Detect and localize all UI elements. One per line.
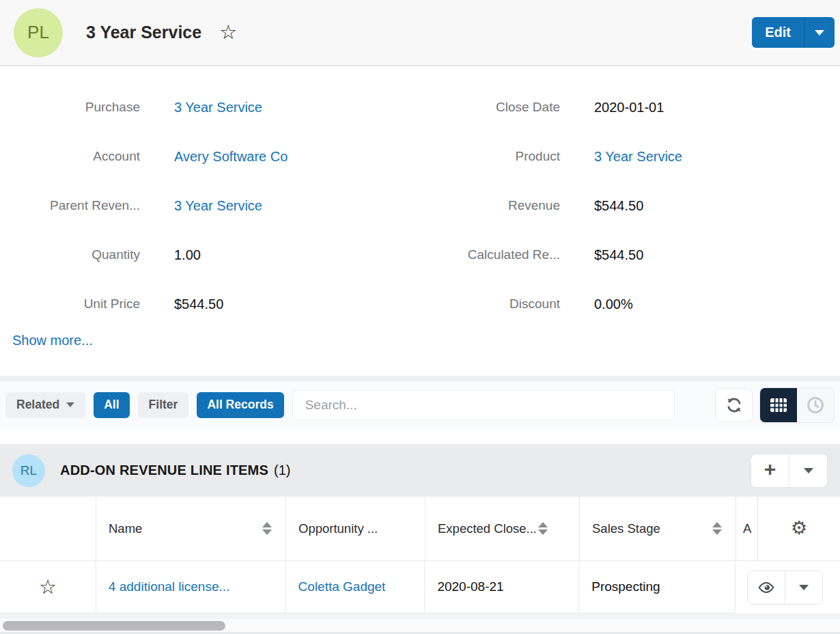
caret-down-icon [66,402,74,407]
record-avatar: PL [14,8,63,57]
related-dropdown-button[interactable]: Related [5,392,85,418]
sort-icon [262,522,272,535]
field-label: Parent Reven... [0,198,140,213]
edit-button[interactable]: Edit [752,17,804,48]
field-label: Purchase [0,100,140,115]
subpanel-count: (1) [274,463,290,478]
sort-icon [538,522,548,535]
all-records-button[interactable]: All Records [197,392,283,418]
record-detail-panel: Purchase 3 Year Service Account Avery So… [0,66,840,376]
table-row-main: ☆ 4 additional license... Coletta Gadget… [0,561,736,614]
field-value: $544.50 [594,247,643,263]
field-value: $544.50 [174,297,223,312]
field-value: 1.00 [174,247,201,263]
sort-icon [712,522,722,535]
subpanel-action-group: + [751,454,828,488]
module-all-label: All [104,398,119,412]
field-label: Quantity [0,247,140,262]
record-header: PL 3 Year Service ☆ Edit [0,0,840,66]
horizontal-scrollbar-track[interactable] [0,619,840,632]
column-header-expected-close[interactable]: Expected Close... [425,497,579,560]
field-label: Account [0,149,140,164]
related-dropdown-label: Related [16,398,59,412]
column-label: Name [109,521,142,536]
row-favorite-cell: ☆ [0,561,96,613]
refresh-icon [725,396,743,414]
field-unit-price: Unit Price $544.50 [0,279,420,329]
filter-label: Filter [149,398,178,412]
row-opportunity-link[interactable]: Coletta Gadget [298,579,386,594]
subpanel-dropdown-button[interactable] [789,454,827,487]
section-divider [0,428,840,444]
field-revenue: Revenue $544.50 [420,181,840,230]
column-label: Opportunity ... [298,521,378,536]
column-label: A [743,521,751,536]
all-records-label: All Records [207,398,273,412]
caret-down-icon [815,30,824,36]
field-purchase: Purchase 3 Year Service [0,83,420,132]
page-title: 3 Year Service [86,23,201,42]
field-value: $544.50 [594,198,643,214]
row-name-link[interactable]: 4 additional license... [109,579,229,594]
field-value: 2020-01-01 [594,100,664,115]
field-quantity: Quantity 1.00 [0,230,420,279]
edit-dropdown-button[interactable] [804,17,835,48]
column-header-name[interactable]: Name [96,497,285,560]
subpanel-avatar-initials: RL [20,463,37,478]
column-header-sales-stage[interactable]: Sales Stage [579,497,736,560]
detail-column-left: Purchase 3 Year Service Account Avery So… [0,83,420,329]
filter-button[interactable]: Filter [138,392,189,418]
activity-view-button[interactable] [797,388,834,422]
field-close-date: Close Date 2020-01-01 [420,83,840,132]
row-star-icon[interactable]: ☆ [39,577,57,597]
field-account: Account Avery Software Co [0,132,420,181]
field-product: Product 3 Year Service [420,132,840,181]
list-table-header: Name Opportunity ... Expected Close... S… [0,497,840,561]
field-label: Revenue [420,198,560,213]
horizontal-scrollbar-thumb[interactable] [3,621,225,631]
field-discount: Discount 0.00% [420,279,840,329]
column-settings-button[interactable]: ⚙ [757,497,840,560]
field-label: Calculated Re... [420,247,560,262]
field-label: Discount [420,297,560,312]
plus-icon: + [764,459,776,480]
subpanel-title[interactable]: ADD-ON REVENUE LINE ITEMS [60,463,268,478]
subpanel-avatar: RL [12,454,45,487]
field-calculated-revenue: Calculated Re... $544.50 [420,230,840,279]
refresh-button[interactable] [715,388,753,422]
list-view-button[interactable] [760,388,797,422]
show-more-link[interactable]: Show more... [12,333,93,348]
table-row: ☆ 4 additional license... Coletta Gadget… [0,561,840,614]
row-opportunity-cell: Coletta Gadget [285,561,425,613]
preview-button[interactable] [748,571,785,604]
field-value-link[interactable]: 3 Year Service [594,149,682,165]
column-header-a[interactable]: A [736,497,757,560]
field-value-link[interactable]: 3 Year Service [174,198,262,214]
edit-button-group: Edit [752,17,835,48]
search-input[interactable] [292,390,675,420]
field-label: Product [420,149,560,164]
favorite-star-icon[interactable]: ☆ [219,23,237,42]
caret-down-icon [804,468,813,473]
table-footer-strip [0,614,840,619]
row-dropdown-button[interactable] [785,571,822,604]
table-grid-icon [769,397,788,413]
caret-down-icon [799,585,809,590]
field-label: Unit Price [0,297,140,312]
row-name-cell: 4 additional license... [96,561,285,613]
add-record-button[interactable]: + [751,454,789,487]
eye-icon [756,579,776,596]
related-toolbar: Related All Filter All Records [0,381,840,428]
field-value-link[interactable]: 3 Year Service [174,100,262,115]
field-value-link[interactable]: Avery Software Co [174,149,288,165]
column-header-opportunity[interactable]: Opportunity ... [285,497,425,560]
module-all-button[interactable]: All [94,392,129,418]
subpanel-header: RL ADD-ON REVENUE LINE ITEMS (1) + [0,444,840,497]
column-label: Expected Close... [438,521,537,536]
column-header-favorite [0,497,96,560]
view-toggle [759,387,835,423]
field-label: Close Date [420,100,560,115]
column-label: Sales Stage [592,521,660,536]
gear-icon: ⚙ [791,519,807,538]
detail-column-right: Close Date 2020-01-01 Product 3 Year Ser… [420,83,840,329]
